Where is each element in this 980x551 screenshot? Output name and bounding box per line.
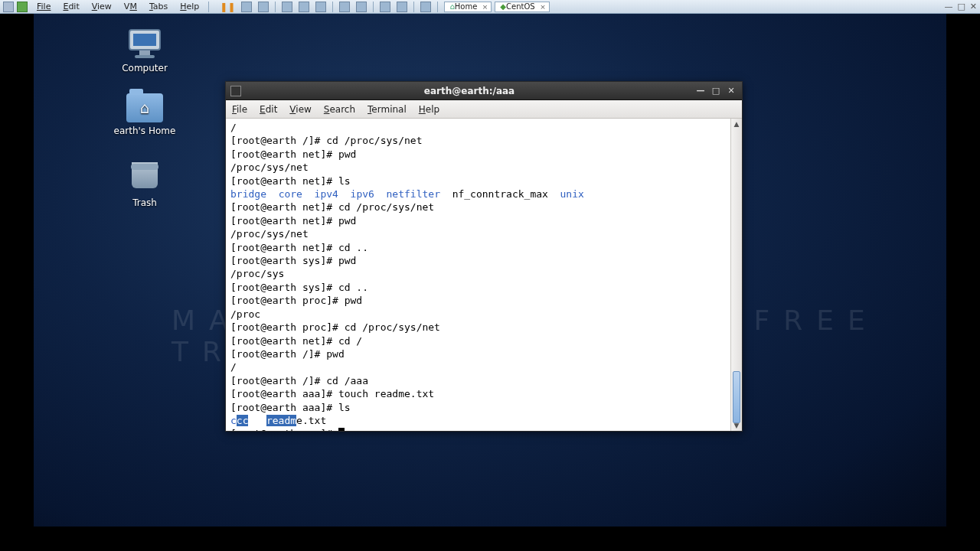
toolbar-icon[interactable] [258, 2, 269, 12]
scrollbar-thumb[interactable] [733, 371, 740, 423]
vm-host-menubar: File Edit View VM Tabs Help ❚❚ ⌂ Home × … [0, 0, 980, 14]
vm-menu-vm[interactable]: VM [118, 2, 143, 11]
terminal-menu-help[interactable]: Help [419, 104, 439, 115]
terminal-title: earth@earth:/aaa [247, 86, 691, 96]
vm-menu-file[interactable]: File [31, 2, 57, 11]
centos-icon: ◆ [500, 2, 506, 11]
vm-menu-help[interactable]: Help [174, 2, 205, 11]
desktop-icon-home[interactable]: ⌂ earth's Home [110, 93, 179, 136]
vm-menu-edit[interactable]: Edit [57, 2, 85, 11]
toolbar-icon[interactable] [299, 2, 309, 12]
home-folder-icon: ⌂ [126, 93, 163, 122]
computer-icon [126, 29, 163, 60]
menubar-separator [208, 2, 209, 12]
toolbar-icon[interactable] [339, 2, 350, 12]
terminal-body: /[root@earth /]# cd /proc/sys/net[root@e… [226, 119, 742, 431]
close-icon[interactable]: × [540, 3, 546, 11]
vm-menu-view[interactable]: View [86, 2, 118, 11]
close-icon[interactable]: × [482, 3, 488, 11]
desktop-icon-label: earth's Home [110, 126, 179, 136]
terminal-menu-edit[interactable]: Edit [260, 104, 277, 115]
terminal-menu-terminal[interactable]: Terminal [368, 104, 407, 115]
vm-power-icon[interactable] [17, 2, 28, 12]
toolbar-icon[interactable] [380, 2, 390, 12]
vm-tab-centos[interactable]: ◆ CentOS × [495, 2, 549, 12]
terminal-app-icon [230, 86, 241, 96]
vm-tab-home[interactable]: ⌂ Home × [444, 2, 492, 12]
terminal-menu-file[interactable]: File [232, 104, 247, 115]
menubar-separator [275, 2, 276, 12]
guest-desktop: Computer ⌂ earth's Home Trash TechSmith … [34, 14, 946, 527]
host-minimize-icon[interactable]: — [944, 2, 952, 11]
trash-icon [129, 162, 160, 194]
terminal-window: earth@earth:/aaa — □ ✕ File Edit View Se… [225, 81, 743, 432]
minimize-button[interactable]: — [694, 86, 707, 96]
vm-menu-tabs[interactable]: Tabs [143, 2, 174, 11]
toolbar-icon[interactable] [397, 2, 407, 12]
menubar-separator [437, 2, 438, 12]
toolbar-icon[interactable] [241, 2, 252, 12]
menubar-separator [332, 2, 333, 12]
terminal-titlebar[interactable]: earth@earth:/aaa — □ ✕ [226, 82, 742, 100]
toolbar-icon[interactable] [356, 2, 367, 12]
desktop-icon-label: Computer [110, 63, 179, 73]
desktop-icon-label: Trash [110, 197, 179, 208]
host-close-icon[interactable]: ✕ [970, 2, 977, 11]
terminal-menu-search[interactable]: Search [324, 104, 355, 115]
terminal-menu-view[interactable]: View [289, 104, 311, 115]
menubar-separator [413, 2, 414, 12]
scroll-down-icon[interactable]: ▼ [731, 420, 742, 431]
terminal-scrollbar[interactable]: ▲ ▼ [730, 119, 742, 431]
host-maximize-icon[interactable]: □ [957, 2, 965, 11]
desktop-icon-computer[interactable]: Computer [110, 29, 179, 73]
maximize-button[interactable]: □ [710, 86, 722, 96]
close-button[interactable]: ✕ [725, 86, 737, 96]
menubar-separator [373, 2, 374, 12]
toolbar-icon[interactable] [420, 2, 431, 12]
toolbar-icon[interactable] [315, 2, 326, 12]
terminal-menubar: File Edit View Search Terminal Help [226, 100, 742, 119]
toolbar-icon[interactable] [282, 2, 292, 12]
scroll-up-icon[interactable]: ▲ [731, 119, 742, 129]
pause-icon[interactable]: ❚❚ [220, 2, 235, 12]
desktop-icon-trash[interactable]: Trash [110, 156, 179, 208]
vm-nav-back-icon[interactable] [3, 2, 14, 12]
terminal-text-area[interactable]: /[root@earth /]# cd /proc/sys/net[root@e… [226, 119, 730, 431]
